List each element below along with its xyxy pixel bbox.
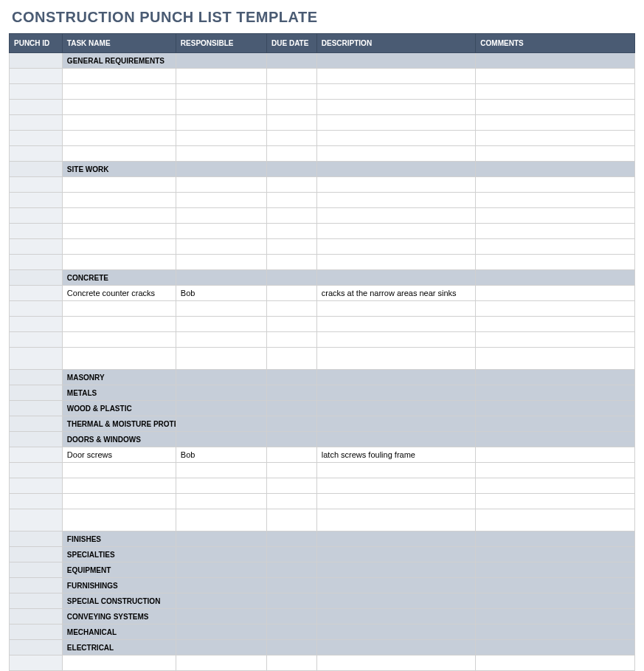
description-cell[interactable]: latch screws fouling frame xyxy=(316,447,476,463)
punchid-cell[interactable] xyxy=(10,547,63,562)
punchid-cell[interactable] xyxy=(10,494,63,509)
task-cell[interactable] xyxy=(62,146,176,162)
duedate-cell[interactable] xyxy=(267,177,317,193)
description-cell[interactable] xyxy=(316,332,476,348)
description-cell[interactable] xyxy=(316,177,476,193)
responsible-cell[interactable] xyxy=(176,609,266,624)
responsible-cell[interactable] xyxy=(176,84,266,100)
punchid-cell[interactable] xyxy=(10,416,63,432)
duedate-cell[interactable] xyxy=(267,115,317,131)
punchid-cell[interactable] xyxy=(10,177,63,193)
duedate-cell[interactable] xyxy=(267,317,317,332)
comments-cell[interactable] xyxy=(476,208,635,224)
comments-cell[interactable] xyxy=(476,100,635,115)
duedate-cell[interactable] xyxy=(267,416,317,432)
responsible-cell[interactable] xyxy=(176,255,266,270)
punchid-cell[interactable] xyxy=(10,609,63,624)
punchid-cell[interactable] xyxy=(10,478,63,494)
comments-cell[interactable] xyxy=(476,131,635,146)
responsible-cell[interactable]: Bob xyxy=(176,286,266,301)
punchid-cell[interactable] xyxy=(10,270,63,286)
punchid-cell[interactable] xyxy=(10,224,63,239)
duedate-cell[interactable] xyxy=(267,208,317,224)
description-cell[interactable] xyxy=(316,255,476,270)
responsible-cell[interactable] xyxy=(176,162,266,177)
responsible-cell[interactable] xyxy=(176,531,266,547)
responsible-cell[interactable] xyxy=(176,146,266,162)
description-cell[interactable] xyxy=(316,53,476,69)
duedate-cell[interactable] xyxy=(267,494,317,509)
duedate-cell[interactable] xyxy=(267,348,317,370)
duedate-cell[interactable] xyxy=(267,562,317,578)
punchid-cell[interactable] xyxy=(10,348,63,370)
punchid-cell[interactable] xyxy=(10,193,63,208)
duedate-cell[interactable] xyxy=(267,578,317,593)
task-cell[interactable] xyxy=(62,69,176,84)
task-cell[interactable] xyxy=(62,115,176,131)
task-cell[interactable] xyxy=(62,348,176,370)
responsible-cell[interactable] xyxy=(176,655,266,671)
comments-cell[interactable] xyxy=(476,416,635,432)
responsible-cell[interactable] xyxy=(176,385,266,401)
comments-cell[interactable] xyxy=(476,224,635,239)
comments-cell[interactable] xyxy=(476,69,635,84)
responsible-cell[interactable] xyxy=(176,69,266,84)
duedate-cell[interactable] xyxy=(267,593,317,609)
description-cell[interactable] xyxy=(316,193,476,208)
duedate-cell[interactable] xyxy=(267,624,317,640)
task-cell[interactable]: DOORS & WINDOWS xyxy=(62,432,176,447)
comments-cell[interactable] xyxy=(476,655,635,671)
duedate-cell[interactable] xyxy=(267,131,317,146)
description-cell[interactable] xyxy=(316,115,476,131)
punchid-cell[interactable] xyxy=(10,162,63,177)
comments-cell[interactable] xyxy=(476,162,635,177)
punchid-cell[interactable] xyxy=(10,84,63,100)
task-cell[interactable] xyxy=(62,301,176,317)
description-cell[interactable] xyxy=(316,547,476,562)
punchid-cell[interactable] xyxy=(10,332,63,348)
duedate-cell[interactable] xyxy=(267,509,317,531)
punchid-cell[interactable] xyxy=(10,655,63,671)
task-cell[interactable]: FURNISHINGS xyxy=(62,578,176,593)
duedate-cell[interactable] xyxy=(267,84,317,100)
description-cell[interactable] xyxy=(316,270,476,286)
duedate-cell[interactable] xyxy=(267,301,317,317)
responsible-cell[interactable] xyxy=(176,193,266,208)
responsible-cell[interactable] xyxy=(176,301,266,317)
comments-cell[interactable] xyxy=(476,193,635,208)
punchid-cell[interactable] xyxy=(10,100,63,115)
punchid-cell[interactable] xyxy=(10,447,63,463)
task-cell[interactable] xyxy=(62,131,176,146)
description-cell[interactable] xyxy=(316,100,476,115)
duedate-cell[interactable] xyxy=(267,69,317,84)
punchid-cell[interactable] xyxy=(10,239,63,255)
task-cell[interactable] xyxy=(62,193,176,208)
punchid-cell[interactable] xyxy=(10,317,63,332)
responsible-cell[interactable] xyxy=(176,317,266,332)
task-cell[interactable]: METALS xyxy=(62,385,176,401)
description-cell[interactable] xyxy=(316,84,476,100)
punchid-cell[interactable] xyxy=(10,593,63,609)
duedate-cell[interactable] xyxy=(267,224,317,239)
comments-cell[interactable] xyxy=(476,531,635,547)
responsible-cell[interactable] xyxy=(176,131,266,146)
task-cell[interactable]: GENERAL REQUIREMENTS xyxy=(62,53,176,69)
duedate-cell[interactable] xyxy=(267,146,317,162)
responsible-cell[interactable] xyxy=(176,401,266,416)
description-cell[interactable] xyxy=(316,624,476,640)
duedate-cell[interactable] xyxy=(267,332,317,348)
duedate-cell[interactable] xyxy=(267,239,317,255)
comments-cell[interactable] xyxy=(476,317,635,332)
responsible-cell[interactable] xyxy=(176,416,266,432)
description-cell[interactable] xyxy=(316,531,476,547)
responsible-cell[interactable] xyxy=(176,593,266,609)
punchid-cell[interactable] xyxy=(10,578,63,593)
task-cell[interactable] xyxy=(62,655,176,671)
task-cell[interactable]: CONCRETE xyxy=(62,270,176,286)
description-cell[interactable] xyxy=(316,208,476,224)
comments-cell[interactable] xyxy=(476,255,635,270)
comments-cell[interactable] xyxy=(476,547,635,562)
punchid-cell[interactable] xyxy=(10,401,63,416)
responsible-cell[interactable] xyxy=(176,348,266,370)
description-cell[interactable] xyxy=(316,239,476,255)
